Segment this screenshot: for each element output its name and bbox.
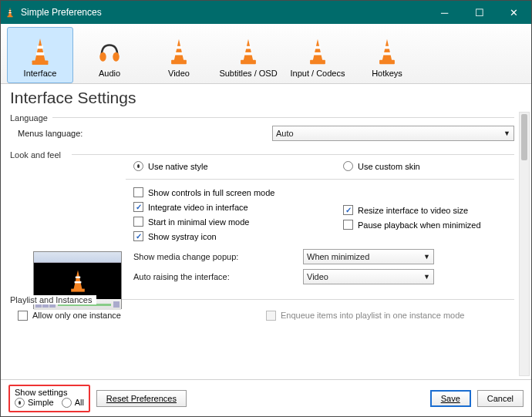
page-title: Interface Settings bbox=[1, 84, 531, 109]
group-label: Look and feel bbox=[10, 150, 66, 160]
reset-preferences-button[interactable]: Reset Preferences bbox=[96, 390, 187, 407]
native-style-radio[interactable]: Use native style bbox=[133, 161, 305, 171]
group-label: Language bbox=[10, 113, 52, 123]
tab-label: Audio bbox=[99, 69, 120, 78]
svg-rect-22 bbox=[71, 288, 85, 291]
show-settings-label: Show settings bbox=[15, 388, 84, 397]
footer: Show settings Simple All Reset Preferenc… bbox=[1, 379, 531, 416]
svg-rect-4 bbox=[36, 52, 44, 55]
group-language: Language Menus language: Auto ▼ bbox=[10, 112, 514, 143]
svg-rect-17 bbox=[384, 46, 389, 49]
tab-input-codecs[interactable]: Input / Codecs bbox=[285, 27, 351, 83]
show-settings-all-radio[interactable]: All bbox=[62, 398, 84, 408]
tab-interface[interactable]: Interface bbox=[7, 27, 73, 83]
svg-rect-0 bbox=[9, 10, 12, 11]
cancel-button[interactable]: Cancel bbox=[477, 390, 524, 407]
minimize-button[interactable]: ─ bbox=[427, 1, 462, 24]
checkbox-icon bbox=[343, 205, 353, 215]
svg-rect-3 bbox=[37, 45, 43, 49]
group-label: Playlist and Instances bbox=[10, 295, 96, 304]
chevron-down-icon: ▼ bbox=[503, 129, 510, 137]
checkbox-icon bbox=[343, 220, 353, 230]
radio-icon bbox=[343, 161, 353, 171]
settings-scroll-area: Language Menus language: Auto ▼ Look and… bbox=[1, 109, 531, 379]
svg-rect-11 bbox=[245, 46, 251, 49]
svg-rect-8 bbox=[176, 46, 181, 49]
tab-label: Subtitles / OSD bbox=[219, 69, 277, 78]
cone-icon bbox=[305, 36, 330, 67]
media-popup-label: Show media change popup: bbox=[126, 252, 303, 261]
chevron-down-icon: ▼ bbox=[423, 273, 430, 281]
svg-rect-21 bbox=[74, 281, 81, 283]
resize-interface-checkbox[interactable]: Resize interface to video size bbox=[343, 205, 514, 215]
minimal-view-checkbox[interactable]: Start in minimal view mode bbox=[133, 217, 305, 227]
menus-language-label: Menus language: bbox=[10, 129, 133, 138]
radio-icon bbox=[15, 398, 25, 408]
cone-icon bbox=[26, 36, 54, 67]
svg-rect-5 bbox=[32, 60, 49, 65]
save-button[interactable]: Save bbox=[430, 390, 471, 407]
close-button[interactable]: ✕ bbox=[497, 1, 531, 24]
tab-video[interactable]: Video bbox=[146, 27, 212, 83]
svg-rect-16 bbox=[310, 60, 325, 64]
category-tabs: Interface Audio Video Subtitles / OSD In… bbox=[1, 24, 531, 84]
svg-rect-2 bbox=[8, 16, 13, 18]
checkbox-icon bbox=[266, 311, 276, 321]
tab-label: Interface bbox=[24, 69, 57, 78]
cone-icon bbox=[375, 36, 399, 67]
radio-icon bbox=[133, 161, 143, 171]
svg-rect-14 bbox=[315, 46, 320, 49]
show-settings-group: Show settings Simple All bbox=[8, 385, 90, 412]
svg-rect-1 bbox=[8, 12, 12, 13]
one-instance-checkbox[interactable]: Allow only one instance bbox=[10, 311, 266, 321]
vertical-scrollbar[interactable] bbox=[519, 112, 530, 376]
svg-rect-13 bbox=[241, 60, 256, 64]
tab-audio[interactable]: Audio bbox=[76, 27, 143, 83]
group-look-and-feel: Look and feel Use native style Use custo… bbox=[10, 149, 514, 286]
enqueue-checkbox: Enqueue items into playlist in one insta… bbox=[266, 311, 514, 321]
integrate-video-checkbox[interactable]: Integrate video in interface bbox=[133, 202, 305, 212]
svg-rect-18 bbox=[383, 52, 391, 55]
checkbox-icon bbox=[133, 217, 143, 227]
app-icon bbox=[1, 7, 19, 18]
maximize-button[interactable]: ☐ bbox=[462, 1, 497, 24]
cone-icon bbox=[167, 36, 191, 67]
scrollbar-thumb[interactable] bbox=[521, 114, 527, 160]
svg-rect-10 bbox=[171, 60, 187, 64]
show-controls-checkbox[interactable]: Show controls in full screen mode bbox=[133, 187, 305, 197]
checkbox-icon bbox=[18, 311, 28, 321]
tab-label: Video bbox=[168, 69, 190, 78]
systray-checkbox[interactable]: Show systray icon bbox=[133, 231, 305, 241]
radio-icon bbox=[62, 398, 72, 408]
checkbox-icon bbox=[133, 187, 143, 197]
svg-point-7 bbox=[113, 52, 120, 62]
svg-rect-19 bbox=[379, 60, 395, 64]
headphones-icon bbox=[96, 36, 123, 67]
auto-raise-select[interactable]: Video ▼ bbox=[303, 269, 434, 284]
pause-minimized-checkbox[interactable]: Pause playback when minimized bbox=[343, 220, 514, 230]
tab-label: Input / Codecs bbox=[291, 69, 345, 78]
media-popup-select[interactable]: When minimized ▼ bbox=[303, 249, 434, 264]
tab-hotkeys[interactable]: Hotkeys bbox=[354, 27, 420, 83]
tab-label: Hotkeys bbox=[372, 69, 402, 78]
menus-language-select[interactable]: Auto ▼ bbox=[272, 126, 514, 141]
svg-rect-9 bbox=[175, 52, 183, 55]
svg-rect-12 bbox=[244, 52, 252, 55]
show-settings-simple-radio[interactable]: Simple bbox=[15, 398, 54, 408]
titlebar: Simple Preferences ─ ☐ ✕ bbox=[1, 1, 531, 24]
custom-skin-radio[interactable]: Use custom skin bbox=[343, 161, 514, 171]
svg-rect-15 bbox=[314, 52, 322, 55]
cone-icon bbox=[236, 36, 261, 67]
auto-raise-label: Auto raising the interface: bbox=[126, 272, 303, 281]
svg-point-6 bbox=[99, 52, 106, 62]
checkbox-icon bbox=[133, 202, 143, 212]
tab-subtitles[interactable]: Subtitles / OSD bbox=[215, 27, 281, 83]
checkbox-icon bbox=[133, 231, 143, 241]
svg-rect-20 bbox=[75, 276, 79, 277]
chevron-down-icon: ▼ bbox=[423, 253, 430, 261]
window-title: Simple Preferences bbox=[19, 7, 427, 18]
